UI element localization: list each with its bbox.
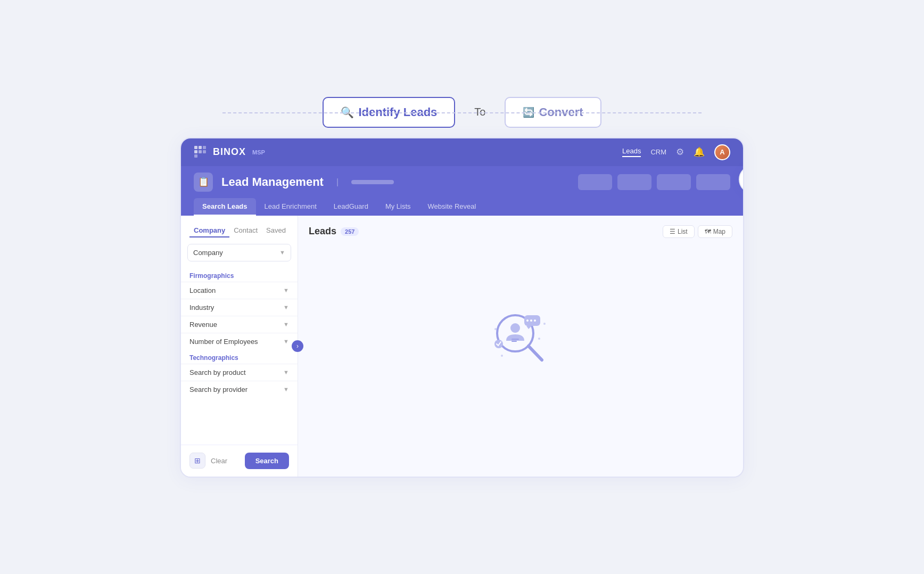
results-title-text: Leads [309,226,336,237]
header-action-btn-2[interactable] [617,174,651,190]
filter-location-label: Location [189,286,216,294]
svg-point-9 [510,323,520,333]
svg-rect-0 [194,146,197,149]
sidebar-tab-saved[interactable]: Saved [262,224,290,237]
results-count-badge: 257 [341,227,359,236]
page-icon: 📋 [194,173,213,192]
filter-industry-label: Industry [189,304,214,311]
collapse-sidebar-toggle[interactable]: › [292,340,303,352]
chevron-down-icon: ▼ [283,304,289,310]
header-action-btn-1[interactable] [578,174,612,190]
brand-msp: MSP [252,149,265,155]
svg-rect-3 [199,150,202,153]
brand-logo [194,145,208,159]
svg-point-14 [530,319,532,322]
main-content: Company Contact Saved Company ▼ Firmogra… [181,216,743,477]
filter-revenue[interactable]: Revenue ▼ [181,316,298,333]
sidebar-footer: ⊞ Clear Search [181,445,298,477]
filter-icon-btn[interactable]: ⊞ [189,453,205,469]
page-subtitle-bar [351,180,394,184]
view-list-label: List [678,228,688,235]
nav-link-leads[interactable]: Leads [622,147,641,157]
filter-provider-label: Search by provider [189,386,248,393]
brand: BINOX MSP [194,145,265,159]
bell-icon[interactable]: 🔔 [694,146,705,158]
gear-icon[interactable]: ⚙ [676,146,684,158]
page-wrapper: 🔍 Identify Leads To 🔄 Convert 🤖 👤 [0,0,924,574]
sidebar-tabs: Company Contact Saved [181,224,298,237]
page-divider: | [336,177,339,187]
nav-link-crm[interactable]: CRM [650,148,666,156]
clear-button[interactable]: Clear [211,457,227,465]
filter-location[interactable]: Location ▼ [181,282,298,299]
firmographics-section-title: Firmographics [181,268,298,282]
nav-right: Leads CRM ⚙ 🔔 A [622,144,730,160]
empty-state [309,247,732,428]
sidebar: Company Contact Saved Company ▼ Firmogra… [181,216,298,477]
svg-point-20 [543,323,546,325]
brand-name: BINOX [213,146,246,158]
tab-search-leads[interactable]: Search Leads [194,198,256,216]
svg-rect-5 [203,150,206,153]
filter-search-product[interactable]: Search by product ▼ [181,364,298,381]
technographics-section-title: Technographics [181,350,298,364]
svg-rect-10 [512,339,519,340]
tab-lead-enrichment[interactable]: Lead Enrichment [256,198,325,216]
sub-nav: Search Leads Lead Enrichment LeadGuard M… [194,198,730,216]
view-map-button[interactable]: 🗺 Map [698,225,732,238]
tab-leadguard[interactable]: LeadGuard [325,198,377,216]
svg-rect-1 [199,146,202,149]
search-illustration [486,302,555,372]
view-map-label: Map [713,228,725,235]
view-toggle: ☰ List 🗺 Map [663,225,732,238]
tab-my-lists[interactable]: My Lists [377,198,419,216]
company-dropdown[interactable]: Company ▼ [187,244,291,261]
chevron-down-icon: ▼ [283,369,289,375]
page-title: Lead Management [221,175,324,189]
svg-rect-11 [512,341,517,342]
app-window: 🤖 👤 BINOX MSP [180,137,744,478]
svg-point-13 [526,319,529,322]
chevron-down-icon: ▼ [279,249,285,256]
svg-point-18 [538,338,540,340]
sidebar-tab-contact[interactable]: Contact [229,224,262,237]
svg-rect-2 [194,150,197,153]
header-action-btn-4[interactable] [696,174,730,190]
svg-point-15 [534,319,536,322]
chevron-down-icon: ▼ [283,321,289,327]
header-action-btn-3[interactable] [657,174,691,190]
page-header: 📋 Lead Management | [194,173,730,192]
tab-website-reveal[interactable]: Website Reveal [419,198,485,216]
filter-employees-label: Number of Employees [189,338,258,346]
filter-product-label: Search by product [189,368,246,376]
header-bar: 📋 Lead Management | Search Leads Lead En… [181,166,743,216]
flow-bar: 🔍 Identify Leads To 🔄 Convert [222,97,702,128]
svg-point-19 [501,355,503,357]
svg-rect-6 [194,154,197,158]
filter-employees[interactable]: Number of Employees ▼ [181,333,298,350]
svg-line-8 [529,346,542,360]
chevron-down-icon: ▼ [283,287,289,293]
list-icon: ☰ [670,228,675,235]
map-icon: 🗺 [705,228,711,235]
results-panel: Leads 257 ☰ List 🗺 Map [298,216,743,477]
chevron-down-icon: ▼ [283,386,289,392]
svg-rect-4 [203,146,206,149]
filter-revenue-label: Revenue [189,321,217,329]
filter-search-provider[interactable]: Search by provider ▼ [181,381,298,398]
sidebar-tab-company[interactable]: Company [189,224,229,237]
svg-point-17 [494,328,497,330]
results-header: Leads 257 ☰ List 🗺 Map [309,225,732,238]
results-title: Leads 257 [309,226,359,237]
search-button[interactable]: Search [245,453,289,469]
chevron-down-icon: ▼ [283,338,289,345]
avatar[interactable]: A [714,144,730,160]
top-nav: BINOX MSP Leads CRM ⚙ 🔔 A [181,138,743,166]
view-list-button[interactable]: ☰ List [663,225,695,238]
filter-industry[interactable]: Industry ▼ [181,299,298,316]
company-dropdown-label: Company [193,249,223,257]
header-actions [578,174,730,190]
